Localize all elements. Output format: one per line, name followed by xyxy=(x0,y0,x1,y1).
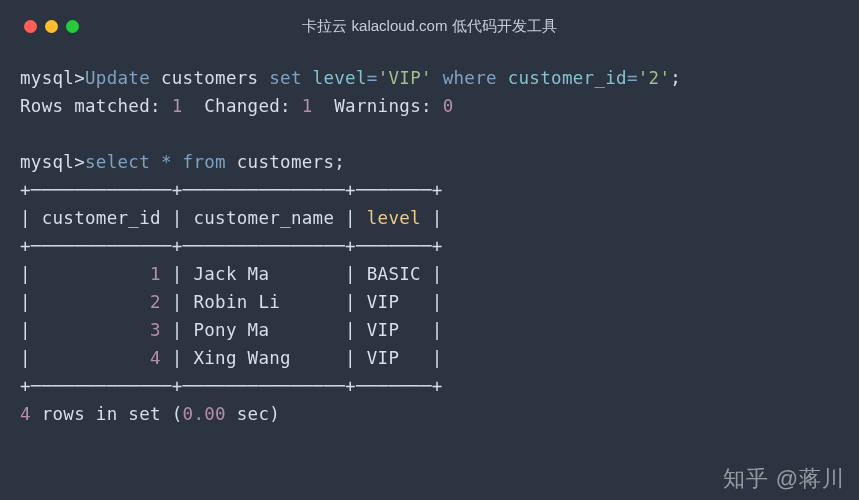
kw-update: Update xyxy=(85,68,150,88)
semi: ; xyxy=(334,152,345,172)
terminal-body[interactable]: mysql>Update customers set level='VIP' w… xyxy=(8,44,851,436)
titlebar: 卡拉云 kalacloud.com 低代码开发工具 xyxy=(8,8,851,44)
line-result: Rows matched: 1 Changed: 1 Warnings: 0 xyxy=(20,96,454,116)
prompt: mysql> xyxy=(20,68,85,88)
col-cid: customer_id xyxy=(508,68,627,88)
kw-set: set xyxy=(269,68,302,88)
cell-id: 4 xyxy=(150,348,161,368)
cell-name: Jack Ma xyxy=(193,264,334,284)
time: 0.00 xyxy=(183,404,226,424)
hdr-customer-id: customer_id xyxy=(42,208,161,228)
terminal-window: 卡拉云 kalacloud.com 低代码开发工具 mysql>Update c… xyxy=(8,8,851,492)
table-row: | 4 | Xing Wang | VIP | xyxy=(20,348,443,368)
rows-matched-val: 1 xyxy=(172,96,183,116)
hdr-level: level xyxy=(367,208,421,228)
table-border-mid: +─────────────+───────────────+───────+ xyxy=(20,236,443,256)
kw-select: select xyxy=(85,152,150,172)
val-2: '2' xyxy=(638,68,671,88)
table-row: | 2 | Robin Li | VIP | xyxy=(20,292,443,312)
table-row: | 3 | Pony Ma | VIP | xyxy=(20,320,443,340)
hdr-customer-name: customer_name xyxy=(193,208,334,228)
changed-lbl: Changed: xyxy=(204,96,291,116)
sec: sec xyxy=(237,404,270,424)
close-icon[interactable] xyxy=(24,20,37,33)
prompt: mysql> xyxy=(20,152,85,172)
line-select: mysql>select * from customers; xyxy=(20,152,345,172)
cell-name: Robin Li xyxy=(193,292,334,312)
cell-id: 2 xyxy=(150,292,161,312)
op-eq2: = xyxy=(627,68,638,88)
minimize-icon[interactable] xyxy=(45,20,58,33)
maximize-icon[interactable] xyxy=(66,20,79,33)
cell-level: VIP xyxy=(367,348,421,368)
tbl-customers: customers xyxy=(237,152,335,172)
window-controls xyxy=(24,20,79,33)
cell-level: BASIC xyxy=(367,264,421,284)
rowcount: 4 xyxy=(20,404,31,424)
rows-in-set: rows in set xyxy=(42,404,161,424)
rows-matched-lbl: Rows matched: xyxy=(20,96,161,116)
cell-id: 3 xyxy=(150,320,161,340)
warnings-lbl: Warnings: xyxy=(334,96,432,116)
cell-level: VIP xyxy=(367,320,421,340)
table-border-top: +─────────────+───────────────+───────+ xyxy=(20,180,443,200)
table-header: | customer_id | customer_name | level | xyxy=(20,208,443,228)
paren-open: ( xyxy=(172,404,183,424)
semi: ; xyxy=(670,68,681,88)
line-update: mysql>Update customers set level='VIP' w… xyxy=(20,68,681,88)
line-footer: 4 rows in set (0.00 sec) xyxy=(20,404,280,424)
val-vip: 'VIP' xyxy=(378,68,432,88)
watermark: 知乎 @蒋川 xyxy=(723,464,845,494)
star: * xyxy=(161,152,172,172)
warnings-val: 0 xyxy=(443,96,454,116)
changed-val: 1 xyxy=(302,96,313,116)
cell-id: 1 xyxy=(150,264,161,284)
table-row: | 1 | Jack Ma | BASIC | xyxy=(20,264,443,284)
col-level: level xyxy=(313,68,367,88)
cell-name: Pony Ma xyxy=(193,320,334,340)
op-eq: = xyxy=(367,68,378,88)
cell-level: VIP xyxy=(367,292,421,312)
tbl-customers: customers xyxy=(161,68,259,88)
paren-close: ) xyxy=(269,404,280,424)
kw-where: where xyxy=(443,68,497,88)
cell-name: Xing Wang xyxy=(193,348,334,368)
kw-from: from xyxy=(183,152,226,172)
window-title: 卡拉云 kalacloud.com 低代码开发工具 xyxy=(8,17,851,36)
table-border-bot: +─────────────+───────────────+───────+ xyxy=(20,376,443,396)
